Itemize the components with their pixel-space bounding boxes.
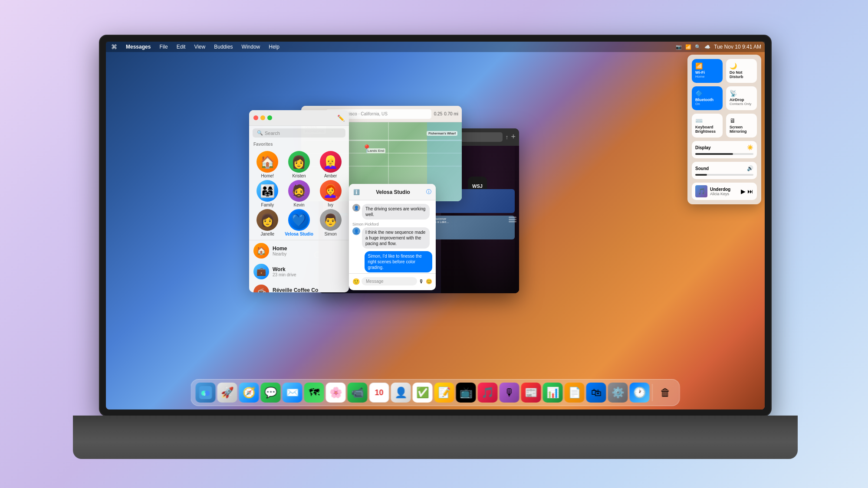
messages-search-bar[interactable]: 🔍 Search <box>253 128 345 138</box>
pinned-contact-velosa[interactable]: 💙 Velosa Studio <box>284 209 314 236</box>
cc-screenmirror-tile[interactable]: 🖥 Screen Mirroring <box>726 114 757 138</box>
pinned-contact-kevin[interactable]: 🧔 Kevin <box>284 180 314 207</box>
cc-play-button[interactable]: ▶ <box>741 188 746 195</box>
cc-sound-tile: Sound 🔊 <box>692 162 757 179</box>
dock-app-system-preferences[interactable]: ⚙️ <box>608 383 628 403</box>
cc-display-label: Display <box>695 145 711 150</box>
dock-app-podcasts[interactable]: 🎙 <box>500 383 519 403</box>
dock-app-photos[interactable]: 🌸 <box>326 383 346 403</box>
pinned-avatar-simon: 👨 <box>320 209 342 231</box>
dock-app-appstore[interactable]: 🛍 <box>586 383 606 403</box>
cc-sound-slider[interactable] <box>695 174 753 176</box>
chat-header: ℹ️ Velosa Studio ⓘ <box>349 184 436 200</box>
app-menu-messages[interactable]: Messages <box>124 43 152 51</box>
menu-file[interactable]: File <box>158 43 169 51</box>
messages-close-button[interactable] <box>253 115 258 120</box>
messages-list-window: ✏️ 🔍 Search Favorites 🏠 Home! <box>249 110 349 292</box>
menu-view[interactable]: View <box>192 43 207 51</box>
pinned-contact-simon[interactable]: 👨 Simon <box>316 209 345 236</box>
camera-icon[interactable]: 📷 <box>676 44 682 50</box>
cc-wifi-tile[interactable]: 📶 Wi-Fi Home <box>692 59 723 83</box>
menu-buddies[interactable]: Buddies <box>212 43 234 51</box>
dock-app-messages[interactable]: 💬 <box>261 383 281 403</box>
chat-audio-icon[interactable]: 🎙 <box>419 278 424 285</box>
pinned-avatar-amber: 👱‍♀️ <box>320 151 342 173</box>
safari-new-tab-button[interactable]: + <box>511 132 516 141</box>
cc-wifi-sub: Home <box>695 75 719 79</box>
chat-emoji-icon[interactable]: 🙂 <box>352 278 360 285</box>
dock-app-contacts[interactable]: 👤 <box>391 383 411 403</box>
safari-share-button[interactable]: ↑ <box>505 134 508 141</box>
cc-airdrop-tile[interactable]: 📡 AirDrop Contacts Only <box>726 86 757 110</box>
dock-app-launchpad[interactable]: 🚀 <box>217 383 237 403</box>
chat-emoji2-icon[interactable]: 😊 <box>426 278 432 285</box>
dock-app-reminders[interactable]: ✅ <box>413 383 433 403</box>
cc-dnd-tile[interactable]: 🌙 Do NotDisturb <box>726 59 757 83</box>
dock-app-numbers[interactable]: 📊 <box>543 383 563 403</box>
search-icon[interactable]: 🔍 <box>695 44 701 50</box>
dock-app-mail[interactable]: ✉️ <box>283 383 302 403</box>
chat-msg-1-wrapper: 👤 The driving scenes are working well. <box>352 204 432 219</box>
dock-app-news[interactable]: 📰 <box>521 383 541 403</box>
pinned-love-badge: ❤️ <box>335 196 342 202</box>
pinned-contact-home[interactable]: 🏠 Home! <box>253 151 283 178</box>
messages-minimize-button[interactable] <box>260 115 265 120</box>
cc-keyboard-icon: ⌨️ <box>695 117 719 124</box>
cc-next-button[interactable]: ⏭ <box>747 188 753 195</box>
chat-msg-1: 👤 The driving scenes are working well. <box>352 204 432 219</box>
chat-input-field[interactable]: Message <box>362 277 417 285</box>
apple-menu[interactable]: ⌘ <box>109 43 119 51</box>
dock-app-facetime[interactable]: 📹 <box>348 383 368 403</box>
cc-wifi-icon: 📶 <box>695 62 719 69</box>
messages-zoom-button[interactable] <box>267 115 272 120</box>
recent-info-coffee: Réveille Coffee Co 22 min drive <box>273 287 345 293</box>
cc-bluetooth-tile[interactable]: 🔷 Bluetooth On <box>692 86 723 110</box>
cc-display-slider[interactable] <box>695 153 753 155</box>
cc-display-icon[interactable]: ☀️ <box>747 144 753 151</box>
menu-help[interactable]: Help <box>267 43 281 51</box>
dock-app-calendar[interactable]: 10 <box>369 383 389 403</box>
menu-window[interactable]: Window <box>240 43 262 51</box>
pinned-contact-janelle[interactable]: 👩 Janelle <box>253 209 283 236</box>
dock-app-finder[interactable]: :) <box>196 383 216 403</box>
recent-item-work[interactable]: 💼 Work 23 min drive <box>249 261 349 282</box>
wifi-icon[interactable]: 📶 <box>685 44 691 50</box>
recent-name-home: Home <box>273 246 345 252</box>
recent-name-coffee: Réveille Coffee Co <box>273 287 345 293</box>
pinned-avatar-kristen: 👩 <box>288 151 310 173</box>
scroll-bar-line3 <box>509 221 516 223</box>
cc-display-header: Display ☀️ <box>695 144 753 151</box>
dock-app-maps[interactable]: 🗺 <box>304 383 324 403</box>
icloud-icon[interactable]: ☁️ <box>704 44 710 50</box>
recent-conversations: 🏠 Home Nearby 💼 Work 23 min drive <box>249 240 349 292</box>
cc-display-tile: Display ☀️ <box>692 141 757 158</box>
dock-app-tv[interactable]: 📺 <box>456 383 476 403</box>
recent-item-coffee[interactable]: ☕ Réveille Coffee Co 22 min drive <box>249 282 349 292</box>
recent-item-home[interactable]: 🏠 Home Nearby <box>249 240 349 261</box>
pinned-contact-amber[interactable]: 👱‍♀️ Amber <box>316 151 345 178</box>
pinned-contact-kristen[interactable]: 👩 Kristen <box>284 151 314 178</box>
dock-app-safari[interactable]: 🧭 <box>239 383 259 403</box>
dock-app-screen-time[interactable]: 🕐 <box>630 383 650 403</box>
pinned-contact-family[interactable]: 👨‍👩‍👧 Family <box>253 180 283 207</box>
pinned-avatar-kevin: 🧔 <box>288 180 310 202</box>
dock-app-notes[interactable]: 📝 <box>434 383 454 403</box>
recent-info-home: Home Nearby <box>273 246 345 256</box>
chat-info-icon[interactable]: ℹ️ <box>353 189 360 195</box>
chat-info-icon2[interactable]: ⓘ <box>426 188 431 196</box>
recent-name-work: Work <box>273 266 345 272</box>
cc-screenmirror-label: Screen Mirroring <box>730 125 753 134</box>
dock-app-trash[interactable]: 🗑 <box>655 383 675 403</box>
cc-music-controls: ▶ ⏭ <box>741 188 753 195</box>
cc-keyboard-tile[interactable]: ⌨️ Keyboard Brightness <box>692 114 723 138</box>
chat-sender-avatar-1: 👤 <box>352 204 360 212</box>
cc-sound-icon[interactable]: 🔊 <box>747 165 753 171</box>
messages-list-header: ✏️ <box>249 110 349 126</box>
dock-app-pages[interactable]: 📄 <box>565 383 585 403</box>
dock-app-music[interactable]: 🎵 <box>478 383 498 403</box>
messages-compose-icon[interactable]: ✏️ <box>337 115 345 121</box>
chat-sender-name-2: Simon Pickford <box>352 222 432 226</box>
pinned-contact-ivy[interactable]: 👩‍🦰 ❤️ Ivy <box>316 180 345 207</box>
chat-recipient-name: Velosa Studio <box>376 189 410 195</box>
menu-edit[interactable]: Edit <box>175 43 187 51</box>
